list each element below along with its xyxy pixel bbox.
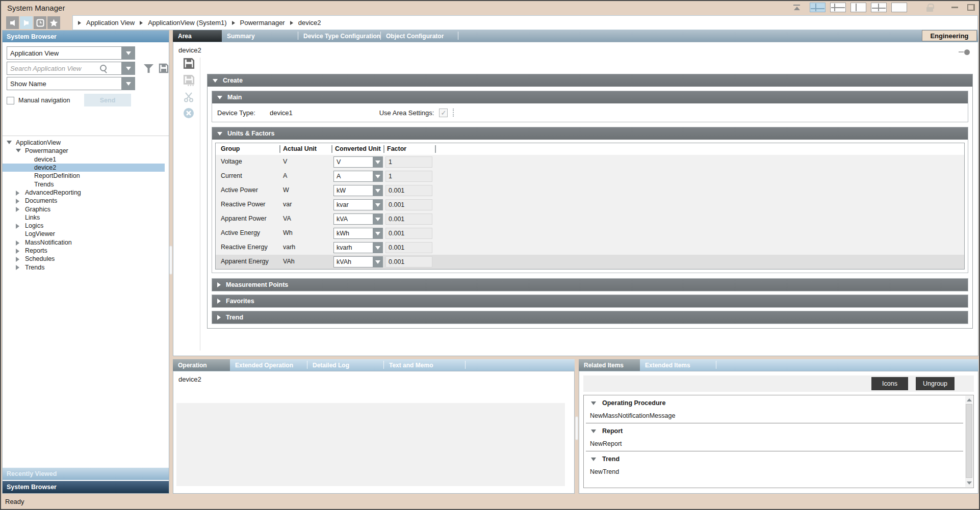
- collapsed-arrow-icon[interactable]: [16, 191, 19, 196]
- tree-item-massnotification[interactable]: MassNotification: [3, 238, 165, 247]
- forward-button[interactable]: [20, 16, 33, 29]
- save-button[interactable]: [183, 58, 195, 69]
- column-separator[interactable]: [435, 145, 436, 153]
- table-row-active-power[interactable]: Active PowerWkW0.001: [216, 183, 964, 198]
- table-row-apparent-power[interactable]: Apparent PowerVAkVA0.001: [216, 212, 964, 226]
- converted-unit-dropdown-button[interactable]: [373, 199, 383, 210]
- converted-unit-dropdown-button[interactable]: [373, 156, 383, 168]
- related-item-newmassnotificationmessage[interactable]: NewMassNotificationMessage: [584, 410, 965, 422]
- tree-item-links[interactable]: Links: [3, 213, 165, 222]
- expanded-arrow-icon[interactable]: [591, 401, 596, 405]
- converted-unit-select[interactable]: V: [333, 156, 383, 168]
- tab-detailed-log[interactable]: Detailed Log: [307, 359, 384, 371]
- factor-input[interactable]: 1: [385, 156, 432, 168]
- save-as-button[interactable]: [183, 74, 195, 86]
- converted-unit-dropdown-button[interactable]: [373, 256, 383, 267]
- layout-5-button[interactable]: [891, 3, 907, 12]
- table-row-current[interactable]: CurrentAA1: [216, 169, 964, 183]
- tree-item-advancedreporting[interactable]: AdvancedReporting: [3, 189, 165, 197]
- tree-item-powermanager[interactable]: Powermanager: [3, 147, 165, 155]
- save-search-button[interactable]: [158, 62, 170, 75]
- display-mode-select[interactable]: Show Name: [7, 77, 122, 90]
- recently-viewed-bar[interactable]: Recently Viewed: [3, 468, 169, 480]
- tab-extended-operation[interactable]: Extended Operation: [230, 359, 307, 371]
- send-button[interactable]: Send: [84, 94, 131, 106]
- tab-area[interactable]: Area: [173, 30, 222, 42]
- section-header-trend[interactable]: Trend: [212, 311, 968, 324]
- history-button[interactable]: [34, 16, 46, 29]
- tree-item-trends[interactable]: Trends: [3, 180, 165, 188]
- tab-device-type-configuration[interactable]: Device Type Configuration: [298, 30, 381, 42]
- converted-unit-select[interactable]: kVA: [333, 213, 383, 225]
- engineering-mode-button[interactable]: Engineering: [922, 30, 977, 41]
- splitter-handle[interactable]: [575, 416, 578, 440]
- tab-related-items[interactable]: Related Items: [579, 359, 640, 371]
- table-row-reactive-power[interactable]: Reactive Powervarkvar0.001: [216, 198, 964, 212]
- tree-item-logviewer[interactable]: LogViewer: [3, 230, 165, 238]
- delete-button[interactable]: [183, 108, 194, 119]
- tree-item-trends[interactable]: Trends: [3, 263, 165, 271]
- collapse-top-icon[interactable]: [792, 4, 802, 11]
- converted-unit-select[interactable]: kvarh: [333, 242, 383, 253]
- collapsed-arrow-icon[interactable]: [16, 240, 19, 246]
- converted-unit-select[interactable]: kW: [333, 185, 383, 196]
- layout-4-button[interactable]: [871, 3, 887, 12]
- back-button[interactable]: [6, 16, 19, 29]
- tab-object-configurator[interactable]: Object Configurator: [381, 30, 458, 42]
- tab-summary[interactable]: Summary: [222, 30, 298, 42]
- main-section-header[interactable]: Main: [212, 91, 968, 103]
- scroll-down-icon[interactable]: [967, 481, 972, 485]
- tree-item-reports[interactable]: Reports: [3, 247, 165, 255]
- pin-handle-icon[interactable]: [959, 49, 970, 55]
- tree-item-graphics[interactable]: Graphics: [3, 205, 165, 213]
- icons-button[interactable]: Icons: [871, 377, 908, 390]
- system-browser-bar[interactable]: System Browser: [3, 481, 169, 493]
- expanded-arrow-icon[interactable]: [591, 430, 596, 433]
- cut-button[interactable]: [183, 91, 194, 102]
- tree-item-logics[interactable]: Logics: [3, 222, 165, 230]
- display-mode-dropdown-button[interactable]: [122, 77, 135, 90]
- factor-input[interactable]: 0.001: [385, 185, 432, 196]
- column-separator[interactable]: [279, 145, 280, 153]
- collapsed-arrow-icon[interactable]: [16, 207, 19, 212]
- use-area-settings-checkbox[interactable]: ✓: [439, 109, 448, 117]
- splitter-handle[interactable]: [169, 246, 172, 275]
- tab-text-and-memo[interactable]: Text and Memo: [384, 359, 466, 371]
- breadcrumb-item-applicationview-system1[interactable]: ApplicationView (System1): [148, 19, 226, 26]
- ungroup-button[interactable]: Ungroup: [916, 377, 955, 390]
- converted-unit-dropdown-button[interactable]: [373, 185, 383, 196]
- manual-navigation-checkbox[interactable]: [7, 97, 14, 104]
- related-item-newreport[interactable]: NewReport: [584, 438, 965, 450]
- converted-unit-dropdown-button[interactable]: [373, 228, 383, 239]
- converted-unit-select[interactable]: kVAh: [333, 256, 383, 267]
- column-separator[interactable]: [331, 145, 332, 153]
- collapsed-arrow-icon[interactable]: [16, 249, 19, 254]
- converted-unit-dropdown-button[interactable]: [373, 213, 383, 225]
- view-select-dropdown-button[interactable]: [122, 46, 135, 60]
- tree-item-schedules[interactable]: Schedules: [3, 255, 165, 263]
- tree-item-applicationview[interactable]: ApplicationView: [3, 139, 165, 147]
- tree-item-reportdefinition[interactable]: ReportDefinition: [3, 172, 165, 180]
- layout-3-button[interactable]: [850, 3, 866, 12]
- collapsed-arrow-icon[interactable]: [16, 265, 19, 270]
- related-group-trend[interactable]: Trend: [584, 452, 965, 466]
- units-factors-section-header[interactable]: Units & Factors: [212, 127, 968, 140]
- search-input[interactable]: Search Application View: [7, 62, 122, 75]
- factor-input[interactable]: 0.001: [385, 213, 432, 225]
- table-row-apparent-energy[interactable]: Apparent EnergyVAhkVAh0.001: [216, 255, 964, 269]
- converted-unit-dropdown-button[interactable]: [373, 242, 383, 253]
- section-header-favorites[interactable]: Favorites: [212, 295, 968, 307]
- expanded-arrow-icon[interactable]: [16, 149, 21, 152]
- table-row-reactive-energy[interactable]: Reactive Energyvarhkvarh0.001: [216, 240, 964, 255]
- restore-icon[interactable]: [967, 4, 975, 11]
- favorite-button[interactable]: [47, 16, 60, 29]
- section-header-measurement-points[interactable]: Measurement Points: [212, 279, 968, 291]
- related-group-report[interactable]: Report: [584, 424, 965, 438]
- scroll-up-icon[interactable]: [967, 398, 972, 401]
- collapsed-arrow-icon[interactable]: [16, 224, 19, 229]
- create-section-header[interactable]: Create: [208, 74, 972, 87]
- collapsed-arrow-icon[interactable]: [16, 199, 19, 204]
- view-select[interactable]: Application View: [7, 46, 122, 60]
- related-group-operating-procedure[interactable]: Operating Procedure: [584, 396, 965, 410]
- breadcrumb-item-device2[interactable]: device2: [298, 19, 321, 26]
